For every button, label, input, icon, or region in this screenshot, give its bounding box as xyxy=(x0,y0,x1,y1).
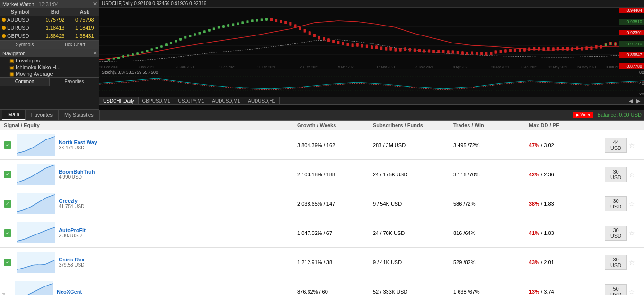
mw-bid: 1.18413 xyxy=(40,24,70,32)
svg-rect-32 xyxy=(170,42,172,44)
signal-action-cell: 30 USD ☆ xyxy=(601,255,639,270)
tab-common[interactable]: Common xyxy=(0,78,50,86)
signal-growth: 3 804.39% / 162 xyxy=(293,142,369,148)
signal-info-cell: ✓ BoomBuhTruh 4 990 USD xyxy=(0,160,293,189)
svg-text:17 Mar 2021: 17 Mar 2021 xyxy=(377,65,396,69)
signal-growth: 2 103.18% / 188 xyxy=(293,172,369,177)
signal-maxdd: 42% / 2.36 xyxy=(525,172,601,177)
chart-tab-audusd-m1[interactable]: AUDUSD,M1 xyxy=(208,97,244,104)
signal-name-area: Greezly 41 754 USD xyxy=(59,198,84,209)
svg-text:8 Jan 2021: 8 Jan 2021 xyxy=(138,65,154,69)
signal-action-cell: 50 USD ☆ xyxy=(601,284,639,295)
svg-rect-16 xyxy=(132,54,134,55)
svg-text:8 Apr 2021: 8 Apr 2021 xyxy=(453,65,469,69)
svg-rect-102 xyxy=(337,41,339,44)
navigator-close[interactable]: ✕ xyxy=(93,50,97,56)
svg-rect-76 xyxy=(275,19,277,22)
svg-rect-136 xyxy=(418,49,420,52)
mw-ask: 1.18419 xyxy=(70,24,99,32)
svg-rect-112 xyxy=(361,44,363,47)
svg-text:28 Dec 2020: 28 Dec 2020 xyxy=(99,65,118,69)
svg-rect-44 xyxy=(199,32,201,34)
svg-rect-72 xyxy=(265,18,267,20)
tab-my-statistics[interactable]: My Statistics xyxy=(59,110,100,120)
stoch-label: Stoch(5,3,3) 38.1759 55.4500 xyxy=(102,70,158,75)
svg-rect-66 xyxy=(251,20,253,22)
signal-mini-chart xyxy=(17,222,55,243)
signal-trades: 3 495 /72% xyxy=(450,142,525,148)
subscribe-button[interactable]: 50 USD xyxy=(605,284,627,295)
signal-trades: 586 /72% xyxy=(450,201,525,207)
price-label-5: 0.89647 xyxy=(619,52,644,58)
favorite-button[interactable]: ☆ xyxy=(629,229,635,237)
svg-text:20 Jan 2021: 20 Jan 2021 xyxy=(176,65,194,69)
signal-subscribers: 283 / 3M USD xyxy=(369,142,450,148)
svg-rect-64 xyxy=(247,21,248,23)
svg-text:24 May 2021: 24 May 2021 xyxy=(577,65,597,69)
svg-rect-144 xyxy=(438,50,440,53)
chart-tab-usdchf[interactable]: USDCHF,Daily xyxy=(99,97,139,104)
signal-dd-value: 47% xyxy=(529,142,539,148)
market-watch-row[interactable]: EURUSD 1.18413 1.18419 xyxy=(0,24,99,32)
tick-chart-button[interactable]: Tick Chart xyxy=(50,41,100,49)
market-watch-row[interactable]: AUDUSD 0.75792 0.75798 xyxy=(0,16,99,24)
subscribe-button[interactable]: 30 USD xyxy=(605,167,627,182)
signal-growth: 2 038.65% / 147 xyxy=(293,201,369,207)
tab-main[interactable]: Main xyxy=(2,110,26,120)
subscribed-check: ✓ xyxy=(4,200,11,208)
signal-row: ✓ AutoProFit 2 303 USD 1 047.02% / 67 24… xyxy=(0,218,644,248)
svg-rect-182 xyxy=(529,48,530,51)
favorite-button[interactable]: ☆ xyxy=(629,288,635,295)
subscribe-button[interactable]: 30 USD xyxy=(605,226,627,241)
tab-favorites[interactable]: Favorites xyxy=(50,78,99,86)
chart-next-btn[interactable]: ▶ xyxy=(635,98,642,104)
chart-tab-usdjpy[interactable]: USDJPY,M1 xyxy=(174,97,208,104)
signal-maxdd: 43% / 2.01 xyxy=(525,260,601,265)
signal-mini-chart xyxy=(17,134,55,156)
market-watch-close[interactable]: ✕ xyxy=(93,1,97,7)
tab-favorites[interactable]: Favorites xyxy=(26,110,59,120)
signal-info-cell: NeoXGent xyxy=(0,277,293,295)
terminal-label: Terminal xyxy=(0,293,7,295)
svg-rect-152 xyxy=(457,51,459,54)
svg-rect-94 xyxy=(318,36,320,39)
svg-rect-80 xyxy=(285,21,287,24)
subscribe-button[interactable]: 30 USD xyxy=(605,196,627,211)
chart-tab-audusd-h1[interactable]: AUDUSD,H1 xyxy=(244,97,280,104)
svg-rect-142 xyxy=(433,50,435,53)
svg-rect-46 xyxy=(203,31,205,33)
youtube-icon: ▶ xyxy=(576,113,579,117)
chart-prev-btn[interactable]: ◀ xyxy=(627,98,635,104)
subscribe-button[interactable]: 30 USD xyxy=(605,255,627,270)
signal-name[interactable]: North East Way xyxy=(59,139,97,145)
svg-text:29 Mar 2021: 29 Mar 2021 xyxy=(415,65,433,69)
favorite-button[interactable]: ☆ xyxy=(629,171,635,178)
svg-rect-8 xyxy=(113,58,115,59)
navigator-item[interactable]: ▣Ichimoku Kinko H... xyxy=(0,64,99,70)
favorite-button[interactable]: ☆ xyxy=(629,259,635,266)
mw-symbol: EURUSD xyxy=(0,24,40,32)
symbols-button[interactable]: Symbols xyxy=(0,41,50,49)
navigator-item[interactable]: ▣Envelopes xyxy=(0,57,99,64)
chart-tab-gbpusd[interactable]: GBPUSD,M1 xyxy=(139,97,175,104)
subscribe-button[interactable]: 44 USD xyxy=(605,138,627,153)
signal-name[interactable]: Osiris Rex xyxy=(59,257,84,262)
video-button[interactable]: ▶ Video xyxy=(573,112,593,118)
signal-trades: 3 116 /70% xyxy=(450,172,525,177)
navigator-item[interactable]: ▣Moving Average xyxy=(0,70,99,77)
svg-rect-194 xyxy=(557,47,559,50)
svg-rect-86 xyxy=(299,27,301,30)
signal-name[interactable]: AutoProFit xyxy=(59,227,86,233)
signal-name[interactable]: NeoXGent xyxy=(57,289,82,295)
market-watch-row[interactable]: GBPUSD 1.38423 1.38431 xyxy=(0,32,99,40)
signal-info-cell: ✓ Greezly 41 754 USD xyxy=(0,189,293,218)
svg-rect-116 xyxy=(371,46,372,49)
svg-rect-104 xyxy=(342,42,344,45)
navigator-tabs: Common Favorites xyxy=(0,77,99,86)
svg-rect-56 xyxy=(228,25,229,26)
signal-name[interactable]: BoomBuhTruh xyxy=(59,169,95,174)
signal-name[interactable]: Greezly xyxy=(59,198,84,204)
favorite-button[interactable]: ☆ xyxy=(629,141,635,149)
favorite-button[interactable]: ☆ xyxy=(629,200,635,208)
svg-rect-178 xyxy=(519,49,520,52)
